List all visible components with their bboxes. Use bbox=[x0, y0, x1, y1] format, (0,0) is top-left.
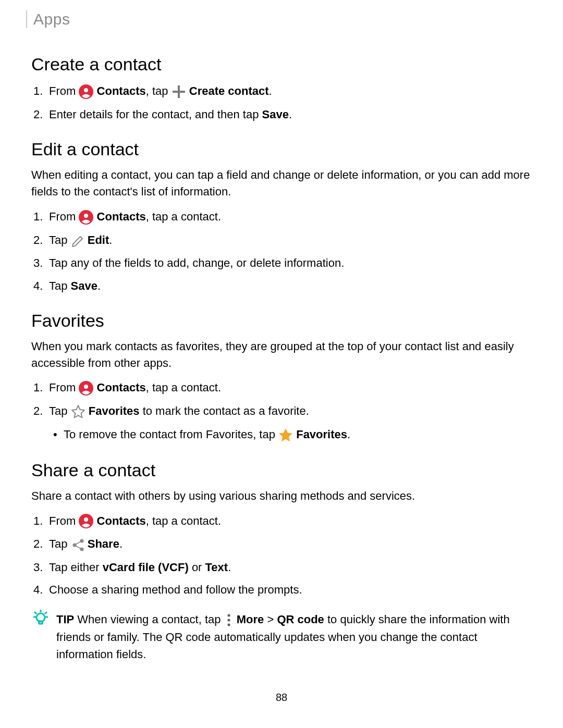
favorites-intro: When you mark contacts as favorites, the… bbox=[31, 338, 532, 372]
section-title-edit: Edit a contact bbox=[31, 139, 532, 159]
text: Tap bbox=[49, 233, 71, 246]
contacts-label: Contacts bbox=[97, 84, 146, 97]
page-header: Apps bbox=[26, 10, 532, 28]
contacts-label: Contacts bbox=[97, 381, 146, 394]
qr-code-label: QR code bbox=[277, 613, 324, 626]
text: Tap bbox=[49, 279, 71, 292]
text: Tap either bbox=[49, 561, 103, 574]
list-item: From Contacts, tap Create contact. bbox=[49, 82, 532, 101]
share-steps: From Contacts, tap a contact. Tap Share.… bbox=[31, 512, 532, 599]
star-filled-icon bbox=[278, 425, 293, 443]
list-item: From Contacts, tap a contact. bbox=[49, 512, 532, 531]
text: To remove the contact from Favorites, ta… bbox=[64, 428, 278, 441]
favorites-label: Favorites bbox=[296, 428, 347, 441]
edit-icon bbox=[71, 230, 84, 249]
favorites-label: Favorites bbox=[89, 404, 140, 417]
plus-icon bbox=[172, 82, 186, 100]
list-item: To remove the contact from Favorites, ta… bbox=[64, 425, 532, 445]
list-item: Tap Edit. bbox=[49, 231, 532, 250]
share-intro: Share a contact with others by using var… bbox=[31, 488, 532, 504]
contacts-icon bbox=[79, 207, 93, 225]
list-item: Tap either vCard file (VCF) or Text. bbox=[49, 558, 532, 576]
text: , tap bbox=[146, 84, 172, 97]
text: When viewing a contact, tap bbox=[74, 613, 224, 626]
create-steps: From Contacts, tap Create contact. Enter… bbox=[31, 82, 532, 124]
save-label: Save bbox=[262, 108, 288, 121]
more-label: More bbox=[237, 613, 264, 626]
more-icon bbox=[224, 610, 234, 627]
text: From bbox=[49, 381, 79, 394]
star-outline-icon bbox=[71, 402, 85, 420]
create-contact-label: Create contact bbox=[189, 84, 269, 97]
contacts-icon bbox=[79, 82, 93, 100]
tip-block: TIP When viewing a contact, tap More > Q… bbox=[31, 610, 532, 663]
text: , tap a contact. bbox=[146, 381, 221, 394]
text: , tap a contact. bbox=[146, 514, 221, 527]
favorites-steps: From Contacts, tap a contact. Tap Favori… bbox=[31, 378, 532, 444]
edit-intro: When editing a contact, you can tap a fi… bbox=[31, 167, 532, 200]
document-page: Apps Create a contact From Contacts, tap… bbox=[0, 0, 563, 709]
text: . bbox=[97, 279, 101, 292]
save-label: Save bbox=[71, 279, 97, 292]
contacts-label: Contacts bbox=[97, 514, 146, 527]
text: . bbox=[269, 84, 272, 97]
contacts-icon bbox=[79, 378, 93, 397]
text: > bbox=[264, 613, 277, 626]
edit-label: Edit bbox=[88, 233, 109, 246]
text: . bbox=[109, 233, 112, 246]
text-option-label: Text bbox=[205, 561, 228, 574]
tip-text: TIP When viewing a contact, tap More > Q… bbox=[56, 610, 532, 663]
text: Tap bbox=[49, 537, 71, 550]
contacts-icon bbox=[79, 511, 93, 529]
text: . bbox=[119, 537, 123, 550]
list-item: Tap Save. bbox=[49, 277, 532, 295]
text: From bbox=[49, 514, 79, 527]
tip-label: TIP bbox=[56, 613, 74, 626]
text: or bbox=[189, 561, 205, 574]
list-item: From Contacts, tap a contact. bbox=[49, 207, 532, 227]
list-item: Tap Favorites to mark the contact as a f… bbox=[49, 402, 532, 445]
text: Tap bbox=[49, 404, 71, 417]
section-title-favorites: Favorites bbox=[31, 311, 532, 331]
text: From bbox=[49, 84, 79, 97]
list-item: From Contacts, tap a contact. bbox=[49, 378, 532, 398]
text: Enter details for the contact, and then … bbox=[49, 108, 262, 121]
list-item: Choose a sharing method and follow the p… bbox=[49, 581, 532, 599]
text: , tap a contact. bbox=[146, 210, 221, 223]
list-item: Tap Share. bbox=[49, 535, 532, 554]
text: From bbox=[49, 210, 79, 223]
text: . bbox=[289, 108, 292, 121]
sub-list: To remove the contact from Favorites, ta… bbox=[49, 425, 532, 445]
share-icon bbox=[71, 535, 84, 553]
vcard-label: vCard file (VCF) bbox=[103, 561, 189, 574]
text: . bbox=[347, 428, 350, 441]
list-item: Tap any of the fields to add, change, or… bbox=[49, 254, 532, 272]
tip-icon bbox=[31, 609, 51, 627]
share-label: Share bbox=[88, 537, 119, 550]
contacts-label: Contacts bbox=[97, 210, 146, 223]
edit-steps: From Contacts, tap a contact. Tap Edit. … bbox=[31, 207, 532, 295]
section-title-share: Share a contact bbox=[31, 460, 532, 480]
list-item: Enter details for the contact, and then … bbox=[49, 105, 532, 124]
text: to mark the contact as a favorite. bbox=[140, 404, 309, 417]
text: . bbox=[228, 561, 231, 574]
section-title-create: Create a contact bbox=[31, 54, 532, 75]
page-number: 88 bbox=[0, 692, 563, 704]
